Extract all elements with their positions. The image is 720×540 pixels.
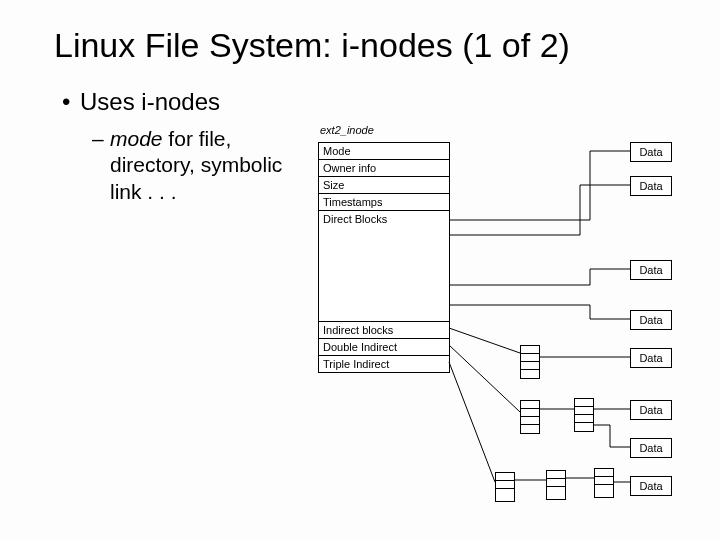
inode-diagram: ext2_inode Mode Owner info Size Timestam… [310, 120, 690, 520]
data-box-8: Data [630, 476, 672, 496]
data-box-2: Data [630, 176, 672, 196]
inode-row-direct: Direct Blocks [319, 211, 449, 322]
data-box-5: Data [630, 348, 672, 368]
bullet-level1: • Uses i-nodes [80, 88, 220, 116]
svg-line-5 [449, 362, 495, 482]
inode-row-size: Size [319, 177, 449, 194]
inode-row-timestamps: Timestamps [319, 194, 449, 211]
ptr-box-double-a [520, 400, 540, 434]
inode-row-triple: Triple Indirect [319, 356, 449, 372]
bullet-l1-text: Uses i-nodes [80, 88, 220, 115]
inode-row-owner: Owner info [319, 160, 449, 177]
inode-box: Mode Owner info Size Timestamps Direct B… [318, 142, 450, 373]
inode-row-indirect: Indirect blocks [319, 322, 449, 339]
ptr-box-triple-c [594, 468, 614, 498]
data-box-4: Data [630, 310, 672, 330]
data-box-6: Data [630, 400, 672, 420]
inode-struct-label: ext2_inode [320, 124, 374, 136]
bullet-l2-italic: mode [110, 127, 163, 150]
data-box-3: Data [630, 260, 672, 280]
bullet-dash: – [92, 126, 104, 152]
inode-row-mode: Mode [319, 143, 449, 160]
ptr-box-triple-a [495, 472, 515, 502]
ptr-box-double-b [574, 398, 594, 432]
svg-line-0 [449, 328, 520, 353]
bullet-level2: – mode for file, directory, symbolic lin… [110, 126, 305, 205]
bullet-dot: • [62, 88, 70, 116]
slide-title: Linux File System: i-nodes (1 of 2) [54, 26, 570, 65]
ptr-box-triple-b [546, 470, 566, 500]
data-box-7: Data [630, 438, 672, 458]
data-box-1: Data [630, 142, 672, 162]
ptr-box-single [520, 345, 540, 379]
inode-row-double: Double Indirect [319, 339, 449, 356]
svg-line-2 [449, 345, 520, 412]
